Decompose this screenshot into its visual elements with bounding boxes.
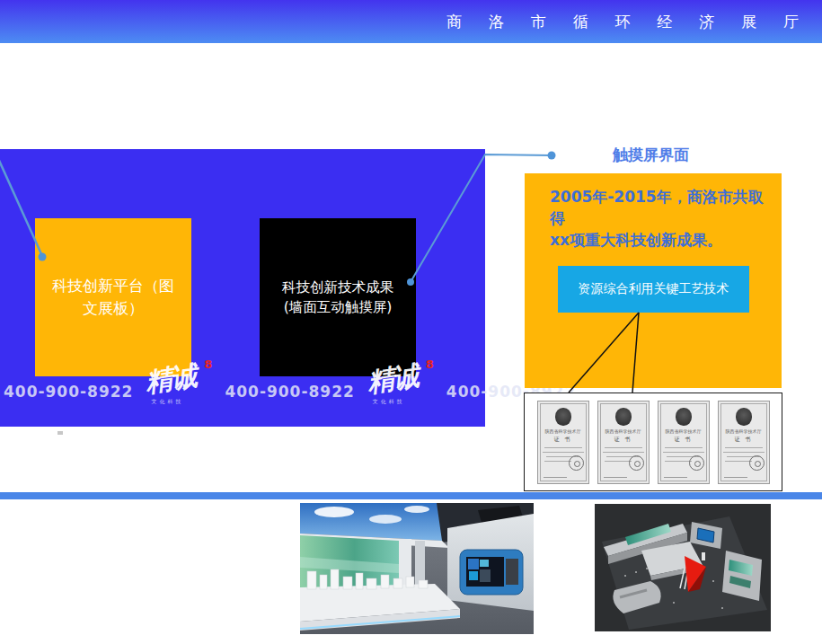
touchscreen-description: 2005年-2015年，商洛市共取得 xx项重大科技创新成果。: [550, 187, 767, 251]
header-title-char: 洛: [489, 12, 504, 32]
tiny-artifact: [57, 431, 63, 435]
national-emblem-icon: [615, 408, 632, 426]
certificate-seal-icon: [749, 455, 765, 471]
header-title-char: 厅: [783, 12, 799, 32]
certificate-issuer: 陕西省科学技术厅: [726, 428, 762, 434]
header-title-char: 市: [531, 12, 546, 32]
tech-platform-label: 科技创新平台（图 文展板）: [52, 275, 174, 319]
exhibition-hall-photo: [300, 503, 534, 634]
certificate-issuer: 陕西省科学技术厅: [666, 428, 702, 434]
certificate-seal-icon: [569, 455, 584, 471]
tech-platform-board[interactable]: 科技创新平台（图 文展板）: [35, 218, 191, 376]
certificate-footer-line: [664, 477, 687, 478]
certificates-box: 陕西省科学技术厅 证 书 陕西省科学技术厅 证 书 陕西省科学技术厅 证 书: [524, 393, 782, 491]
certificate-textline: [723, 452, 765, 453]
certificate-textline: [605, 461, 632, 462]
connector-dot: [548, 152, 556, 160]
certificate-footer-line: [544, 477, 567, 478]
certificate-title: 证 书: [614, 436, 632, 444]
certificate-seal-icon: [689, 455, 704, 471]
certificate-image: 陕西省科学技术厅 证 书: [597, 401, 650, 484]
certificate-title: 证 书: [675, 436, 693, 444]
header-bar: 商洛市循环经济展厅: [0, 0, 822, 43]
certificate-textline: [603, 452, 644, 453]
tech-topic-button[interactable]: 资源综合利用关键工艺技术: [558, 266, 749, 313]
touchscreen-label: 触摸屏界面: [613, 145, 689, 165]
hall-floorplan-photo: [595, 504, 771, 631]
national-emblem-icon: [676, 408, 692, 426]
header-title-char: 济: [699, 12, 714, 32]
header-title-char: 循: [573, 12, 588, 32]
certificate-issuer: 陕西省科学技术厅: [545, 428, 581, 434]
certificate-textline: [605, 447, 642, 448]
header-title-char: 经: [657, 12, 672, 32]
header-title: 商洛市循环经济展厅: [446, 0, 799, 43]
slide: 商洛市循环经济展厅 科技创新平台（图 文展板） 科技创新技术成果 (墙面互动触摸…: [0, 0, 822, 644]
certificate-issuer: 陕西省科学技术厅: [605, 428, 641, 434]
certificate-textline: [544, 461, 571, 462]
national-emblem-icon: [736, 408, 752, 426]
certificate-image: 陕西省科学技术厅 证 书: [718, 401, 770, 484]
certificate-textline: [725, 447, 763, 448]
header-title-char: 环: [615, 12, 631, 32]
header-title-char: 展: [741, 12, 756, 32]
certificate-textline: [665, 461, 692, 462]
certificate-seal-icon: [629, 455, 644, 471]
certificate-title: 证 书: [735, 436, 753, 444]
certificate-image: 陕西省科学技术厅 证 书: [537, 401, 589, 484]
certificate-textline: [544, 447, 582, 448]
section-divider: [0, 492, 822, 499]
certificate-textline: [665, 447, 703, 448]
certificate-textline: [543, 452, 584, 453]
header-title-char: 商: [446, 12, 462, 32]
certificate-title: 证 书: [554, 436, 572, 444]
national-emblem-icon: [555, 408, 571, 426]
certificate-textline: [663, 452, 704, 453]
certificate-footer-line: [604, 477, 627, 478]
tech-achievement-label: 科技创新技术成果 (墙面互动触摸屏): [282, 278, 393, 318]
tech-achievement-screen[interactable]: 科技创新技术成果 (墙面互动触摸屏): [260, 218, 416, 376]
certificate-textline: [725, 461, 752, 462]
certificate-image: 陕西省科学技术厅 证 书: [658, 401, 710, 484]
certificate-footer-line: [724, 477, 747, 478]
